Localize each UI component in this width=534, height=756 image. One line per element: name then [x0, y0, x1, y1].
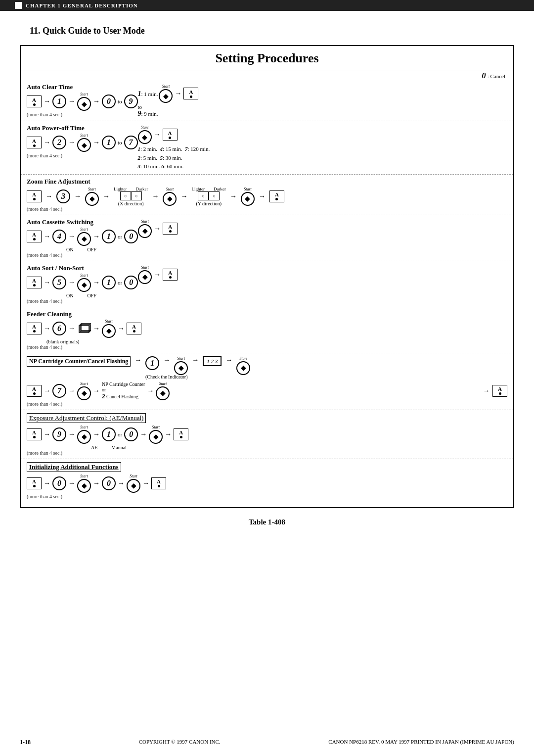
indicator-display: 1 2 3 — [203, 356, 222, 366]
key-9: 9 — [124, 94, 138, 108]
np-section: NP Cartridge Counter/Cancel Flashing → 1… — [21, 353, 513, 410]
auto-clear-time-section: Auto Clear Time A → 1 → Start — [21, 80, 513, 121]
act-right-steps: 1: 1 min. Start → A — [138, 84, 507, 103]
to-text: to — [118, 98, 122, 104]
x-direction: Lighter Darker ○ ○ (X direction) — [114, 187, 148, 206]
sort-title: Auto Sort / Non-Sort — [27, 264, 138, 272]
arrow: → — [175, 90, 181, 97]
diamond-icon2 — [159, 89, 173, 103]
copyright: COPYRIGHT © 1997 CANON INC. — [139, 739, 221, 746]
act-right: 1: 1 min. Start → A to — [138, 83, 507, 118]
np-title: NP Cartridge Counter/Cancel Flashing — [27, 356, 131, 367]
chapter-label: CHAPTER 1 GENERAL DESCRIPTION — [26, 2, 138, 8]
arrow: → — [44, 97, 50, 105]
start-d: Start — [77, 133, 91, 152]
init-section: Initializing Additional Functions A → 0 … — [21, 459, 513, 502]
start-diamond: Start — [77, 92, 91, 111]
exposure-section: Exposure Adjustment Control: (AE/Manual)… — [21, 410, 513, 459]
feeder-title: Feeder Cleaning — [27, 310, 507, 318]
chapter-header: CHAPTER 1 GENERAL DESCRIPTION — [0, 0, 534, 11]
init-title: Initializing Additional Functions — [29, 463, 119, 471]
table-label: Table 1-408 — [0, 518, 534, 526]
act-title: Auto Clear Time — [27, 83, 138, 91]
apo-left: Auto Power-off Time A → 2 → Start → — [27, 124, 138, 171]
y-direction: Lighter Darker ○ ○ (Y direction) — [191, 187, 225, 206]
sp-title: Setting Procedures — [21, 46, 513, 70]
key-0: 0 — [102, 94, 116, 108]
abox-icon: A — [27, 95, 42, 107]
right-text: CANON NP6218 REV. 0 MAY 1997 PRINTED IN … — [328, 739, 514, 746]
section-title-text: Quick Guide to User Mode — [43, 26, 145, 36]
main-box: Setting Procedures 0 : Cancel Auto Clear… — [20, 45, 514, 508]
abox-icon2: A — [183, 88, 198, 99]
key-1: 1 — [52, 94, 66, 108]
zoom-note: (more than 4 sec.) — [27, 206, 507, 212]
page-number: 1-18 — [20, 739, 31, 746]
section-number: 11. — [30, 26, 41, 36]
act-options: 1: 1 min. — [138, 89, 158, 99]
key-7: 7 — [124, 136, 138, 149]
exposure-title-box: Exposure Adjustment Control: (AE/Manual) — [27, 413, 146, 423]
arrow: → — [93, 97, 100, 105]
cassette-section: Auto Cassette Switching A → 4 → Start → … — [21, 215, 513, 261]
zoom-title: Zoom Fine Adjustment — [27, 178, 507, 186]
zoom-section: Zoom Fine Adjustment A → 3 → Start → Lig… — [21, 175, 513, 215]
paper-icon — [77, 322, 91, 335]
footer: 1-18 COPYRIGHT © 1997 CANON INC. CANON N… — [0, 739, 534, 746]
key-2: 2 — [52, 136, 66, 149]
zoom-row: A → 3 → Start → Lighter Darker ○ — [27, 187, 507, 206]
feeder-section: Feeder Cleaning A → 6 → → Start — [21, 307, 513, 353]
arrow: → — [68, 97, 75, 105]
apo-note: (more than 4 sec.) — [27, 153, 138, 158]
header-rect — [15, 2, 22, 9]
section-title: 11. Quick Guide to User Mode — [30, 26, 504, 36]
act-left: Auto Clear Time A → 1 → Start — [27, 83, 138, 118]
act-range: to 9: 9 min. — [138, 104, 507, 118]
apo-steps: A → 2 → Start → 1 to 7 — [27, 133, 138, 152]
check-indicator-label: (Check the Indicator) — [145, 374, 507, 379]
exposure-title: Exposure Adjustment Control: (AE/Manual) — [29, 414, 143, 422]
apo-right: Start → A 1: 2 min. 4: 15 min. 7: 120 mi… — [138, 124, 507, 171]
cassette-title: Auto Cassette Switching — [27, 218, 138, 226]
act-steps: A → 1 → Start → 0 t — [27, 92, 138, 111]
abox: A — [27, 137, 42, 148]
apo-title: Auto Power-off Time — [27, 124, 138, 132]
start-diamond2: Start — [159, 84, 173, 103]
diamond-icon — [77, 97, 91, 111]
auto-power-off-section: Auto Power-off Time A → 2 → Start → — [21, 121, 513, 175]
apo-options: 1: 2 min. 4: 15 min. 7: 120 min. 2: 5 mi… — [138, 145, 507, 171]
cancel-note: 0 : Cancel — [482, 71, 505, 80]
diamond — [77, 138, 91, 152]
page-wrapper: CHAPTER 1 GENERAL DESCRIPTION 11. Quick … — [0, 0, 534, 756]
sort-section: Auto Sort / Non-Sort A → 5 → Start → 1 o… — [21, 261, 513, 307]
init-title-box: Initializing Additional Functions — [27, 462, 121, 472]
key-1: 1 — [102, 136, 116, 149]
act-note: (more than 4 sec.) — [27, 112, 138, 117]
